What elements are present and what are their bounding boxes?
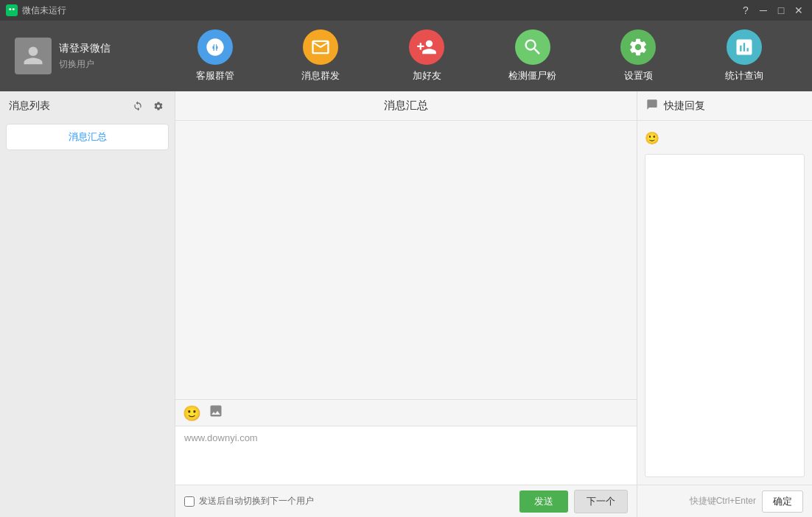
statistics-label: 统计查询 (725, 69, 763, 82)
window-controls: ? ─ □ ✕ (738, 4, 806, 17)
title-bar-left: 微信未运行 (6, 4, 66, 17)
app-icon (6, 4, 18, 16)
content-area: 消息汇总 🙂 www.downyi.com 发送后自动切换到下一个用户 发送 下… (175, 91, 637, 517)
nav-detect-zombie[interactable]: 检测僵尸粉 (503, 29, 562, 82)
user-info: 请登录微信 切换用户 (59, 42, 111, 71)
minimize-button[interactable]: ─ (756, 4, 771, 17)
message-broadcast-label: 消息群发 (301, 69, 340, 82)
content-header: 消息汇总 (175, 91, 637, 121)
sidebar: 消息列表 消息汇总 (0, 91, 175, 517)
sidebar-title: 消息列表 (9, 99, 50, 113)
auto-switch-label: 发送后自动切换到下一个用户 (199, 495, 314, 507)
input-url-text: www.downyi.com (184, 432, 258, 443)
quick-reply-emoji-button[interactable]: 🙂 (645, 131, 659, 145)
toolbar: 请登录微信 切换用户 客服群管 消息群发 (0, 21, 812, 91)
content-title: 消息汇总 (384, 99, 428, 113)
switch-user-link[interactable]: 切换用户 (59, 58, 111, 71)
settings-icon (620, 29, 656, 65)
content-footer: 发送后自动切换到下一个用户 发送 下一个 (175, 485, 637, 517)
svg-point-2 (211, 49, 214, 52)
svg-point-3 (217, 49, 220, 52)
detect-zombie-label: 检测僵尸粉 (508, 69, 556, 82)
statistics-icon (727, 29, 762, 65)
toolbar-nav: 客服群管 消息群发 加好友 (162, 29, 797, 82)
image-button[interactable] (209, 404, 223, 422)
main-layout: 消息列表 消息汇总 消息汇总 🙂 (0, 91, 812, 517)
app-title: 微信未运行 (22, 4, 66, 17)
chat-icon (646, 99, 658, 113)
content-input-area[interactable]: www.downyi.com (175, 426, 637, 485)
content-toolbar: 🙂 (175, 399, 637, 426)
add-friend-icon (409, 29, 444, 65)
shortcut-label: 快捷键Ctrl+Enter (690, 495, 756, 507)
close-button[interactable]: ✕ (791, 4, 806, 17)
sidebar-refresh-button[interactable] (130, 99, 145, 113)
customer-service-label: 客服群管 (196, 69, 234, 82)
svg-point-0 (9, 8, 11, 10)
right-panel-body: 🙂 (637, 121, 812, 485)
avatar (15, 38, 52, 74)
emoji-button[interactable]: 🙂 (183, 404, 201, 422)
next-button[interactable]: 下一个 (574, 490, 628, 513)
svg-point-1 (13, 8, 15, 10)
nav-add-friend[interactable]: 加好友 (397, 29, 456, 82)
nav-statistics[interactable]: 统计查询 (715, 29, 774, 82)
content-body (175, 121, 637, 399)
customer-service-icon (197, 29, 233, 65)
right-panel-title: 快捷回复 (664, 99, 705, 113)
nav-settings[interactable]: 设置项 (609, 29, 668, 82)
sidebar-icons (130, 99, 166, 113)
confirm-button[interactable]: 确定 (762, 490, 803, 513)
sidebar-settings-button[interactable] (151, 99, 166, 113)
send-button[interactable]: 发送 (519, 490, 568, 513)
right-panel-header: 快捷回复 (637, 91, 812, 121)
settings-label: 设置项 (624, 69, 653, 82)
title-bar: 微信未运行 ? ─ □ ✕ (0, 0, 812, 21)
footer-checkbox-area: 发送后自动切换到下一个用户 (184, 495, 514, 507)
quick-reply-toolbar: 🙂 (645, 128, 805, 148)
add-friend-label: 加好友 (413, 69, 441, 82)
sidebar-item-message-summary[interactable]: 消息汇总 (6, 124, 169, 150)
message-broadcast-icon (303, 29, 338, 65)
quick-reply-input[interactable] (645, 154, 805, 477)
right-panel: 快捷回复 🙂 快捷键Ctrl+Enter 确定 (637, 91, 812, 517)
right-panel-footer: 快捷键Ctrl+Enter 确定 (637, 485, 812, 517)
help-button[interactable]: ? (738, 4, 753, 17)
username: 请登录微信 (59, 42, 111, 55)
auto-switch-checkbox[interactable] (184, 496, 195, 507)
nav-customer-service[interactable]: 客服群管 (186, 29, 245, 82)
nav-message-broadcast[interactable]: 消息群发 (291, 29, 350, 82)
user-section: 请登录微信 切换用户 (15, 38, 162, 74)
detect-zombie-icon (515, 29, 550, 65)
maximize-button[interactable]: □ (774, 4, 788, 17)
sidebar-header: 消息列表 (0, 91, 175, 121)
